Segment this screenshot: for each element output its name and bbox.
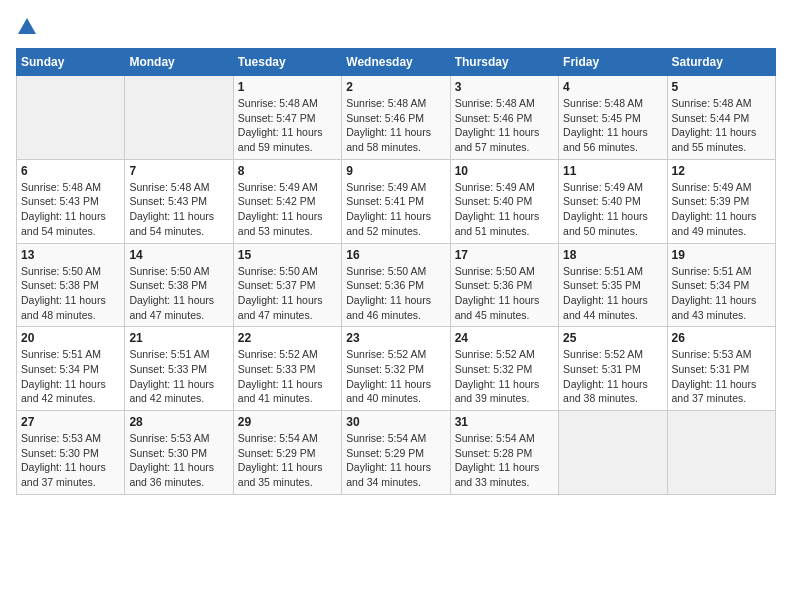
weekday-header-friday: Friday [559,49,667,76]
day-detail: Sunrise: 5:52 AMSunset: 5:32 PMDaylight:… [346,347,445,406]
day-number: 22 [238,331,337,345]
day-detail: Sunrise: 5:49 AMSunset: 5:40 PMDaylight:… [455,180,554,239]
calendar-cell: 4Sunrise: 5:48 AMSunset: 5:45 PMDaylight… [559,76,667,160]
day-detail: Sunrise: 5:48 AMSunset: 5:43 PMDaylight:… [129,180,228,239]
day-detail: Sunrise: 5:51 AMSunset: 5:34 PMDaylight:… [672,264,771,323]
day-number: 25 [563,331,662,345]
day-detail: Sunrise: 5:50 AMSunset: 5:38 PMDaylight:… [129,264,228,323]
day-number: 23 [346,331,445,345]
day-detail: Sunrise: 5:49 AMSunset: 5:42 PMDaylight:… [238,180,337,239]
day-number: 3 [455,80,554,94]
calendar-cell: 12Sunrise: 5:49 AMSunset: 5:39 PMDayligh… [667,159,775,243]
day-detail: Sunrise: 5:48 AMSunset: 5:45 PMDaylight:… [563,96,662,155]
day-number: 31 [455,415,554,429]
day-number: 9 [346,164,445,178]
day-number: 26 [672,331,771,345]
day-number: 17 [455,248,554,262]
calendar-cell: 31Sunrise: 5:54 AMSunset: 5:28 PMDayligh… [450,411,558,495]
calendar-week-row: 13Sunrise: 5:50 AMSunset: 5:38 PMDayligh… [17,243,776,327]
calendar-cell: 10Sunrise: 5:49 AMSunset: 5:40 PMDayligh… [450,159,558,243]
weekday-header-thursday: Thursday [450,49,558,76]
day-detail: Sunrise: 5:48 AMSunset: 5:44 PMDaylight:… [672,96,771,155]
weekday-header-saturday: Saturday [667,49,775,76]
calendar-week-row: 27Sunrise: 5:53 AMSunset: 5:30 PMDayligh… [17,411,776,495]
day-detail: Sunrise: 5:49 AMSunset: 5:39 PMDaylight:… [672,180,771,239]
calendar-cell [125,76,233,160]
day-detail: Sunrise: 5:50 AMSunset: 5:38 PMDaylight:… [21,264,120,323]
day-detail: Sunrise: 5:50 AMSunset: 5:36 PMDaylight:… [455,264,554,323]
calendar-week-row: 20Sunrise: 5:51 AMSunset: 5:34 PMDayligh… [17,327,776,411]
day-number: 27 [21,415,120,429]
day-detail: Sunrise: 5:54 AMSunset: 5:29 PMDaylight:… [238,431,337,490]
day-number: 20 [21,331,120,345]
day-number: 16 [346,248,445,262]
day-number: 4 [563,80,662,94]
calendar-cell: 29Sunrise: 5:54 AMSunset: 5:29 PMDayligh… [233,411,341,495]
calendar-cell: 20Sunrise: 5:51 AMSunset: 5:34 PMDayligh… [17,327,125,411]
calendar-table: SundayMondayTuesdayWednesdayThursdayFrid… [16,48,776,495]
day-number: 8 [238,164,337,178]
day-detail: Sunrise: 5:48 AMSunset: 5:47 PMDaylight:… [238,96,337,155]
day-number: 29 [238,415,337,429]
day-detail: Sunrise: 5:51 AMSunset: 5:34 PMDaylight:… [21,347,120,406]
day-detail: Sunrise: 5:54 AMSunset: 5:29 PMDaylight:… [346,431,445,490]
day-number: 12 [672,164,771,178]
calendar-cell: 24Sunrise: 5:52 AMSunset: 5:32 PMDayligh… [450,327,558,411]
day-number: 11 [563,164,662,178]
day-number: 21 [129,331,228,345]
day-number: 15 [238,248,337,262]
weekday-header-sunday: Sunday [17,49,125,76]
weekday-header-tuesday: Tuesday [233,49,341,76]
calendar-cell: 3Sunrise: 5:48 AMSunset: 5:46 PMDaylight… [450,76,558,160]
logo [16,16,40,38]
calendar-cell: 14Sunrise: 5:50 AMSunset: 5:38 PMDayligh… [125,243,233,327]
day-detail: Sunrise: 5:49 AMSunset: 5:40 PMDaylight:… [563,180,662,239]
day-number: 13 [21,248,120,262]
day-number: 2 [346,80,445,94]
day-detail: Sunrise: 5:51 AMSunset: 5:35 PMDaylight:… [563,264,662,323]
calendar-cell: 7Sunrise: 5:48 AMSunset: 5:43 PMDaylight… [125,159,233,243]
day-number: 1 [238,80,337,94]
calendar-cell: 2Sunrise: 5:48 AMSunset: 5:46 PMDaylight… [342,76,450,160]
day-detail: Sunrise: 5:52 AMSunset: 5:32 PMDaylight:… [455,347,554,406]
day-number: 24 [455,331,554,345]
calendar-cell: 13Sunrise: 5:50 AMSunset: 5:38 PMDayligh… [17,243,125,327]
weekday-header-monday: Monday [125,49,233,76]
day-number: 10 [455,164,554,178]
calendar-cell: 11Sunrise: 5:49 AMSunset: 5:40 PMDayligh… [559,159,667,243]
day-number: 28 [129,415,228,429]
calendar-cell: 8Sunrise: 5:49 AMSunset: 5:42 PMDaylight… [233,159,341,243]
day-detail: Sunrise: 5:53 AMSunset: 5:30 PMDaylight:… [21,431,120,490]
calendar-cell [667,411,775,495]
day-detail: Sunrise: 5:50 AMSunset: 5:37 PMDaylight:… [238,264,337,323]
day-detail: Sunrise: 5:48 AMSunset: 5:46 PMDaylight:… [455,96,554,155]
day-number: 18 [563,248,662,262]
calendar-cell: 18Sunrise: 5:51 AMSunset: 5:35 PMDayligh… [559,243,667,327]
weekday-header-wednesday: Wednesday [342,49,450,76]
day-detail: Sunrise: 5:54 AMSunset: 5:28 PMDaylight:… [455,431,554,490]
calendar-week-row: 6Sunrise: 5:48 AMSunset: 5:43 PMDaylight… [17,159,776,243]
calendar-cell: 23Sunrise: 5:52 AMSunset: 5:32 PMDayligh… [342,327,450,411]
calendar-cell [559,411,667,495]
calendar-cell: 30Sunrise: 5:54 AMSunset: 5:29 PMDayligh… [342,411,450,495]
calendar-cell: 9Sunrise: 5:49 AMSunset: 5:41 PMDaylight… [342,159,450,243]
svg-marker-0 [18,18,36,34]
logo-icon [16,16,38,38]
day-number: 19 [672,248,771,262]
day-detail: Sunrise: 5:52 AMSunset: 5:31 PMDaylight:… [563,347,662,406]
calendar-cell [17,76,125,160]
calendar-cell: 25Sunrise: 5:52 AMSunset: 5:31 PMDayligh… [559,327,667,411]
calendar-cell: 22Sunrise: 5:52 AMSunset: 5:33 PMDayligh… [233,327,341,411]
page-header [16,16,776,38]
day-number: 30 [346,415,445,429]
calendar-cell: 21Sunrise: 5:51 AMSunset: 5:33 PMDayligh… [125,327,233,411]
calendar-cell: 19Sunrise: 5:51 AMSunset: 5:34 PMDayligh… [667,243,775,327]
day-detail: Sunrise: 5:48 AMSunset: 5:43 PMDaylight:… [21,180,120,239]
calendar-cell: 6Sunrise: 5:48 AMSunset: 5:43 PMDaylight… [17,159,125,243]
calendar-cell: 16Sunrise: 5:50 AMSunset: 5:36 PMDayligh… [342,243,450,327]
day-detail: Sunrise: 5:52 AMSunset: 5:33 PMDaylight:… [238,347,337,406]
day-number: 14 [129,248,228,262]
calendar-cell: 17Sunrise: 5:50 AMSunset: 5:36 PMDayligh… [450,243,558,327]
day-detail: Sunrise: 5:49 AMSunset: 5:41 PMDaylight:… [346,180,445,239]
day-number: 5 [672,80,771,94]
